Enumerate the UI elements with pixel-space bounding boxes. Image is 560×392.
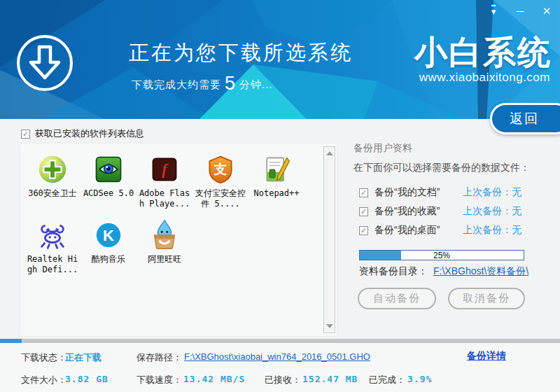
installed-software-panel: 360安全卫士 ACDSee 5.0: [20, 143, 337, 337]
download-speed-label: 下载速度：: [136, 374, 182, 386]
get-installed-software-checkbox-row[interactable]: 获取已安装的软件列表信息: [21, 127, 144, 140]
save-path-link[interactable]: F:\XBGhost\xiaobai_win764_2016_0501.GHO: [184, 351, 370, 362]
backup-item-label: 备份“我的桌面”: [374, 224, 440, 237]
eta-minutes: 5: [225, 73, 236, 94]
status-bar: 下载状态： 正在下载 保存路径： F:\XBGhost\xiaobai_win7…: [0, 343, 560, 392]
app-grid: 360安全卫士 ACDSee 5.0: [20, 144, 337, 284]
download-speed-value: 13.42 MB/S: [183, 374, 245, 384]
menu-collapse-icon[interactable]: ▾: [486, 4, 501, 18]
app-item-realtek[interactable]: Realtek High Defi...: [24, 218, 80, 275]
received-value: 152.47 MB: [302, 374, 358, 384]
app-item-aliwangwang[interactable]: 阿里旺旺: [136, 218, 192, 275]
app-item-alipay[interactable]: 支 支付宝安全控件 5....: [192, 152, 248, 209]
backup-directory-row: 资料备份目录：F:\XBGhost\资料备份\: [359, 265, 528, 278]
file-size-value: 3.82 GB: [65, 374, 108, 384]
backup-directory-link[interactable]: F:\XBGhost\资料备份\: [433, 265, 528, 276]
back-button[interactable]: 返回: [490, 103, 560, 134]
brand-website: www.xiaobaixitong.com: [419, 71, 550, 85]
app-item-acdsee[interactable]: ACDSee 5.0: [80, 152, 136, 209]
acdsee-icon: [80, 152, 136, 187]
aliwangwang-icon: [136, 218, 192, 253]
minimize-icon[interactable]: ─: [512, 4, 528, 18]
scroll-up-icon[interactable]: [326, 151, 333, 155]
file-size-label: 文件大小：: [21, 374, 66, 386]
kugou-music-icon: K: [80, 218, 136, 253]
download-circle-icon: [15, 34, 74, 95]
realtek-crab-icon: [24, 218, 80, 253]
app-label: ACDSee 5.0: [80, 187, 136, 199]
backup-progress-bar: 25%: [359, 250, 524, 260]
page-title: 正在为您下载所选系统: [129, 39, 353, 67]
header: ▾ ─ ✕ 正在为您下载所选系统 下载完成大约需要5分钟... 小白系统 www…: [0, 0, 560, 119]
backup-desktop-checkbox[interactable]: [359, 226, 368, 235]
save-path-label: 保存路径：: [136, 351, 182, 364]
window-controls: ▾ ─ ✕: [486, 4, 554, 18]
eta-suffix: 分钟...: [239, 78, 273, 90]
auto-backup-button[interactable]: 自动备份: [358, 288, 436, 309]
get-installed-checkbox[interactable]: [21, 130, 30, 139]
app-label: Realtek High Defi...: [24, 253, 80, 275]
flash-player-icon: f: [136, 152, 192, 187]
app-label: 阿里旺旺: [136, 253, 192, 265]
svg-text:K: K: [103, 227, 114, 244]
download-status-label: 下载状态：: [21, 351, 66, 364]
last-backup-status: 上次备份：无: [463, 186, 522, 199]
backup-panel-title: 备份用户资料: [354, 142, 412, 155]
backup-panel-subtitle: 在下面你可以选择需要备份的数据文件：: [354, 162, 530, 174]
software-list-scrollbar[interactable]: [323, 146, 335, 333]
completed-label: 已完成：: [369, 374, 405, 386]
360-safety-icon: [24, 152, 80, 187]
backup-directory-label: 资料备份目录：: [359, 265, 428, 276]
app-window: ▾ ─ ✕ 正在为您下载所选系统 下载完成大约需要5分钟... 小白系统 www…: [0, 0, 560, 392]
eta-prefix: 下载完成大约需要: [132, 78, 221, 90]
backup-item-favorites[interactable]: 备份“我的收藏” 上次备份：无: [359, 205, 522, 218]
app-label: 支付宝安全控件 5....: [192, 187, 248, 209]
app-label: 酷狗音乐: [80, 253, 136, 265]
app-item-flash[interactable]: f Adobe Flash Playe...: [136, 152, 192, 209]
app-label: Adobe Flash Playe...: [136, 187, 192, 209]
backup-documents-checkbox[interactable]: [359, 188, 368, 197]
backup-item-desktop[interactable]: 备份“我的桌面” 上次备份：无: [359, 224, 522, 237]
get-installed-label: 获取已安装的软件列表信息: [35, 127, 144, 140]
close-icon[interactable]: ✕: [539, 4, 554, 18]
backup-progress-label: 25%: [360, 251, 524, 261]
app-label: 360安全卫士: [24, 187, 80, 199]
brand-logo: 小白系统: [414, 31, 552, 75]
last-backup-status: 上次备份：无: [463, 205, 522, 218]
backup-details-link[interactable]: 备份详情: [467, 350, 506, 363]
app-label: Notepad++: [248, 187, 304, 199]
backup-favorites-checkbox[interactable]: [359, 207, 368, 216]
backup-item-documents[interactable]: 备份“我的文档” 上次备份：无: [359, 186, 522, 199]
app-item-360-safety[interactable]: 360安全卫士: [24, 152, 80, 209]
completed-value: 3.9%: [407, 374, 432, 384]
svg-text:支: 支: [214, 162, 227, 176]
download-eta-text: 下载完成大约需要5分钟...: [132, 71, 273, 93]
backup-item-label: 备份“我的文档”: [374, 186, 440, 199]
download-status-value: 正在下载: [65, 351, 102, 364]
last-backup-status: 上次备份：无: [463, 224, 522, 237]
app-item-kugou[interactable]: K 酷狗音乐: [80, 218, 136, 275]
backup-item-label: 备份“我的收藏”: [374, 205, 440, 218]
cancel-backup-button[interactable]: 取消备份: [448, 288, 525, 309]
received-label: 已接收：: [265, 374, 301, 386]
notepad-plus-plus-icon: [248, 152, 304, 187]
scroll-down-icon[interactable]: [326, 324, 333, 328]
app-item-notepadpp[interactable]: Notepad++: [248, 152, 304, 209]
alipay-shield-icon: 支: [192, 152, 248, 187]
